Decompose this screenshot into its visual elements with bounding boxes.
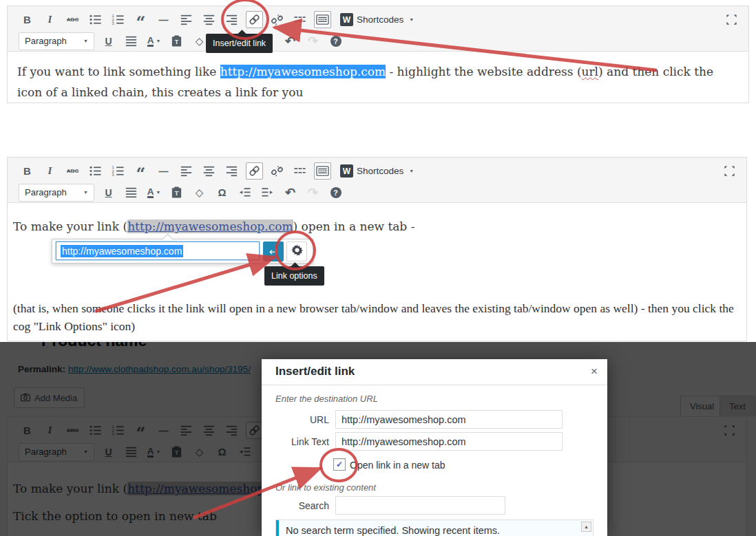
read-more-button[interactable] xyxy=(291,162,308,180)
inline-link-toolbar: http://myawesomeshop.com ↵ xyxy=(52,239,313,264)
tutorial-screenshot: BIABC123“—WShortcodes▼Paragraph▼UA▼T◇Ω↶↷… xyxy=(0,0,756,536)
fullscreen-button[interactable] xyxy=(721,162,738,180)
wordpress-icon: W xyxy=(340,164,353,178)
outdent-button[interactable] xyxy=(236,184,253,201)
paragraph-select[interactable]: Paragraph▼ xyxy=(19,184,94,202)
editor-panel-1: BIABC123“—WShortcodes▼Paragraph▼UA▼T◇Ω↶↷… xyxy=(7,6,749,103)
open-new-tab-label: Open link in a new tab xyxy=(350,460,445,471)
editor-paragraph: If you want to link something like http:… xyxy=(17,61,737,103)
editor-toolbar: BIABC123“—WShortcodes▼Paragraph▼UA▼T◇Ω↶↷… xyxy=(8,6,748,52)
italic-button[interactable]: I xyxy=(41,162,59,180)
bulleted-list-button[interactable] xyxy=(87,11,104,28)
editor-content[interactable]: To make your link (http://myawesomeshop.… xyxy=(8,203,746,341)
link-options-tooltip: Link options xyxy=(264,266,324,286)
indent-button[interactable] xyxy=(259,184,276,201)
remove-link-button[interactable] xyxy=(269,11,286,28)
selected-input-text: http://myawesomeshop.com xyxy=(61,245,183,257)
editor-content[interactable]: If you want to link something like http:… xyxy=(8,52,748,103)
help-button[interactable]: ? xyxy=(327,32,344,50)
redo-button[interactable]: ↷ xyxy=(304,184,322,201)
apply-link-button[interactable]: ↵ xyxy=(263,242,284,261)
undo-button[interactable]: ↶ xyxy=(282,32,299,50)
underline-button[interactable]: U xyxy=(100,184,117,201)
modal-header: Insert/edit link × xyxy=(262,359,607,385)
fullscreen-button[interactable] xyxy=(723,11,740,28)
link-text-input[interactable] xyxy=(335,432,563,451)
url-label: URL xyxy=(275,414,329,425)
clear-formatting-button[interactable]: ◇ xyxy=(191,184,208,201)
text-run: ) open in a new tab - xyxy=(293,219,415,233)
horizontal-rule-button[interactable]: — xyxy=(155,162,172,180)
align-right-button[interactable] xyxy=(223,162,240,180)
modal-title: Insert/edit link xyxy=(275,365,355,378)
shortcodes-button[interactable]: WShortcodes▼ xyxy=(337,162,417,180)
toolbar-toggle-button[interactable] xyxy=(314,162,331,180)
redo-button[interactable]: ↷ xyxy=(304,32,322,50)
insert-edit-link-tooltip: Insert/edit link xyxy=(206,34,273,53)
align-left-button[interactable] xyxy=(178,11,195,28)
no-results-notice: No search term specified. Showing recent… xyxy=(276,520,593,536)
help-button[interactable]: ? xyxy=(327,184,344,201)
align-left-button[interactable] xyxy=(178,162,195,180)
text-run: - highlight the website address ( xyxy=(386,65,581,78)
undo-button[interactable]: ↶ xyxy=(282,184,299,201)
chevron-down-icon: ▼ xyxy=(83,190,88,195)
underline-button[interactable]: U xyxy=(100,32,117,50)
blockquote-button[interactable]: “ xyxy=(132,162,149,180)
read-more-button[interactable] xyxy=(291,11,308,28)
italic-button[interactable]: I xyxy=(41,11,59,28)
align-center-button[interactable] xyxy=(200,11,218,28)
inline-link-url-input[interactable]: http://myawesomeshop.com xyxy=(56,242,260,260)
justify-button[interactable] xyxy=(123,184,140,201)
link-text-label: Link Text xyxy=(275,436,329,447)
align-center-button[interactable] xyxy=(200,162,218,180)
paste-as-text-button[interactable]: T xyxy=(168,184,185,201)
open-new-tab-checkbox[interactable] xyxy=(333,458,346,471)
svg-text:T: T xyxy=(175,39,179,45)
url-input[interactable] xyxy=(335,410,563,429)
editor-panel-2: BIABC123“—WShortcodes▼Paragraph▼UA▼T◇Ω↶↷… xyxy=(7,157,747,341)
remove-link-button[interactable] xyxy=(269,162,286,180)
search-label: Search xyxy=(275,500,329,511)
paragraph-select[interactable]: Paragraph▼ xyxy=(19,32,94,50)
selected-url-text: http://myawesomeshop.com xyxy=(220,65,386,78)
align-right-button[interactable] xyxy=(223,11,240,28)
bulleted-list-button[interactable] xyxy=(87,162,104,180)
destination-hint: Enter the destination URL xyxy=(275,394,378,404)
strikethrough-button[interactable]: ABC xyxy=(64,11,81,28)
insert-link-button[interactable] xyxy=(246,162,263,180)
scroll-up-icon[interactable]: ▲ xyxy=(581,522,591,532)
text-color-button[interactable]: A▼ xyxy=(145,184,162,201)
numbered-list-button[interactable]: 123 xyxy=(109,11,127,28)
chevron-down-icon: ▼ xyxy=(409,169,414,173)
toolbar-toggle-button[interactable] xyxy=(314,11,331,28)
insert-edit-link-modal: Insert/edit link × Enter the destination… xyxy=(262,359,607,536)
numbered-list-button[interactable]: 123 xyxy=(109,162,127,180)
svg-text:T: T xyxy=(175,190,179,197)
chevron-down-icon: ▼ xyxy=(409,17,414,22)
gear-icon xyxy=(291,244,304,259)
close-icon[interactable]: × xyxy=(591,365,598,378)
bold-button[interactable]: B xyxy=(19,162,36,180)
insert-link-button[interactable] xyxy=(246,11,263,28)
text-color-button[interactable]: A▼ xyxy=(145,32,162,50)
search-input[interactable] xyxy=(335,496,505,515)
wp-admin-panel: Product name Permalink:http://www.clothp… xyxy=(0,342,756,536)
editor-toolbar: BIABC123“—WShortcodes▼Paragraph▼UA▼T◇Ω↶↷… xyxy=(8,158,746,203)
horizontal-rule-button[interactable]: — xyxy=(155,11,172,28)
shortcodes-button[interactable]: WShortcodes▼ xyxy=(337,11,417,28)
bold-button[interactable]: B xyxy=(19,11,36,28)
special-character-button[interactable]: Ω xyxy=(213,184,231,201)
editor-paragraph: To make your link (http://myawesomeshop.… xyxy=(13,219,414,233)
paste-as-text-button[interactable]: T xyxy=(168,32,185,50)
search-results-box[interactable]: No search term specified. Showing recent… xyxy=(275,519,594,536)
text-run: If you want to link something like xyxy=(17,65,220,78)
chevron-down-icon: ▼ xyxy=(83,39,88,43)
misspelled-word: url xyxy=(582,65,599,78)
link-options-gear-button[interactable] xyxy=(286,242,307,261)
strikethrough-button[interactable]: ABC xyxy=(64,162,81,180)
blockquote-button[interactable]: “ xyxy=(132,11,149,28)
existing-content-hint: Or link to existing content xyxy=(275,482,376,493)
selected-link-text[interactable]: http://myawesomeshop.com xyxy=(127,219,293,233)
justify-button[interactable] xyxy=(123,32,140,50)
